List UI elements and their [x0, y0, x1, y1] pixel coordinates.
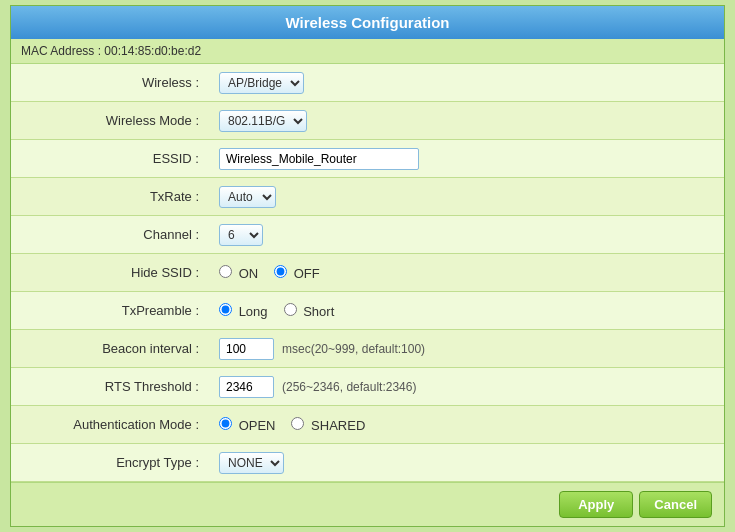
essid-row: ESSID :: [11, 140, 724, 178]
mac-address-label: MAC Address : 00:14:85:d0:be:d2: [21, 44, 201, 58]
auth-row: Authentication Mode : OPEN SHARED: [11, 406, 724, 444]
channel-value-cell: 12345 6789 10111213: [211, 219, 724, 251]
txpreamble-label: TxPreamble :: [11, 303, 211, 318]
cancel-label: Cancel: [654, 497, 697, 512]
wireless-config-container: Wireless Configuration MAC Address : 00:…: [10, 5, 725, 527]
txrate-label: TxRate :: [11, 189, 211, 204]
wireless-label: Wireless :: [11, 75, 211, 90]
auth-open-radio[interactable]: [219, 417, 232, 430]
auth-shared-label[interactable]: SHARED: [291, 417, 365, 433]
encrypt-label: Encrypt Type :: [11, 455, 211, 470]
hide-ssid-row: Hide SSID : ON OFF: [11, 254, 724, 292]
auth-shared-radio[interactable]: [291, 417, 304, 430]
essid-value-cell: [211, 143, 724, 175]
hide-ssid-label: Hide SSID :: [11, 265, 211, 280]
rts-input[interactable]: [219, 376, 274, 398]
txrate-row: TxRate : Auto 1M 2M 5.5M 11M 54M: [11, 178, 724, 216]
txpreamble-long-label[interactable]: Long: [219, 303, 268, 319]
beacon-row: Beacon interval : msec(20~999, default:1…: [11, 330, 724, 368]
channel-row: Channel : 12345 6789 10111213: [11, 216, 724, 254]
txpreamble-long-text: Long: [239, 304, 268, 319]
hide-ssid-off-label[interactable]: OFF: [274, 265, 320, 281]
rts-row: RTS Threshold : (256~2346, default:2346): [11, 368, 724, 406]
txpreamble-short-text: Short: [303, 304, 334, 319]
rts-value-cell: (256~2346, default:2346): [211, 371, 724, 403]
wireless-row: Wireless : AP/Bridge Client WDS: [11, 64, 724, 102]
txpreamble-value-cell: Long Short: [211, 298, 724, 324]
txpreamble-short-label[interactable]: Short: [284, 303, 335, 319]
beacon-input[interactable]: [219, 338, 274, 360]
essid-label: ESSID :: [11, 151, 211, 166]
apply-button[interactable]: Apply: [559, 491, 633, 518]
hide-ssid-value-cell: ON OFF: [211, 260, 724, 286]
wireless-select[interactable]: AP/Bridge Client WDS: [219, 72, 304, 94]
hide-ssid-on-radio[interactable]: [219, 265, 232, 278]
txpreamble-long-radio[interactable]: [219, 303, 232, 316]
auth-open-text: OPEN: [239, 418, 276, 433]
wireless-mode-select[interactable]: 802.11B/G 802.11B 802.11G: [219, 110, 307, 132]
beacon-label: Beacon interval :: [11, 341, 211, 356]
auth-value-cell: OPEN SHARED: [211, 412, 724, 438]
wireless-mode-label: Wireless Mode :: [11, 113, 211, 128]
txrate-value-cell: Auto 1M 2M 5.5M 11M 54M: [211, 181, 724, 213]
wireless-mode-value-cell: 802.11B/G 802.11B 802.11G: [211, 105, 724, 137]
encrypt-select[interactable]: NONE WEP TKIP AES: [219, 452, 284, 474]
hide-ssid-on-label[interactable]: ON: [219, 265, 258, 281]
auth-label: Authentication Mode :: [11, 417, 211, 432]
beacon-value-cell: msec(20~999, default:100): [211, 333, 724, 365]
beacon-hint: msec(20~999, default:100): [282, 342, 425, 356]
wireless-mode-row: Wireless Mode : 802.11B/G 802.11B 802.11…: [11, 102, 724, 140]
hide-ssid-off-text: OFF: [294, 266, 320, 281]
auth-open-label[interactable]: OPEN: [219, 417, 275, 433]
txpreamble-row: TxPreamble : Long Short: [11, 292, 724, 330]
page-title: Wireless Configuration: [11, 6, 724, 39]
title-text: Wireless Configuration: [285, 14, 449, 31]
essid-input[interactable]: [219, 148, 419, 170]
footer: Apply Cancel: [11, 482, 724, 526]
encrypt-value-cell: NONE WEP TKIP AES: [211, 447, 724, 479]
auth-shared-text: SHARED: [311, 418, 365, 433]
rts-hint: (256~2346, default:2346): [282, 380, 416, 394]
channel-select[interactable]: 12345 6789 10111213: [219, 224, 263, 246]
channel-label: Channel :: [11, 227, 211, 242]
encrypt-row: Encrypt Type : NONE WEP TKIP AES: [11, 444, 724, 482]
mac-address-row: MAC Address : 00:14:85:d0:be:d2: [11, 39, 724, 64]
rts-label: RTS Threshold :: [11, 379, 211, 394]
hide-ssid-off-radio[interactable]: [274, 265, 287, 278]
txpreamble-short-radio[interactable]: [284, 303, 297, 316]
wireless-value-cell: AP/Bridge Client WDS: [211, 67, 724, 99]
hide-ssid-on-text: ON: [239, 266, 259, 281]
apply-label: Apply: [578, 497, 614, 512]
txrate-select[interactable]: Auto 1M 2M 5.5M 11M 54M: [219, 186, 276, 208]
cancel-button[interactable]: Cancel: [639, 491, 712, 518]
